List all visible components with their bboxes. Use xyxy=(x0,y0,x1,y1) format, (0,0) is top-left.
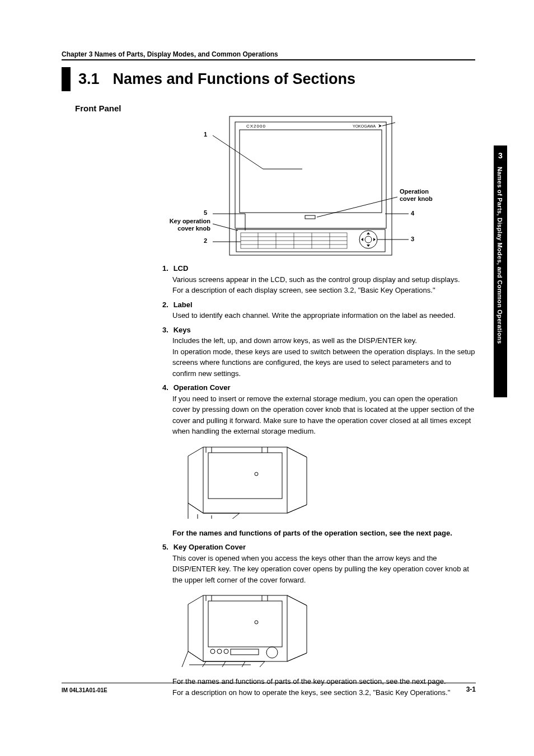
svg-line-49 xyxy=(236,661,245,667)
svg-rect-28 xyxy=(208,453,282,499)
svg-marker-3 xyxy=(378,124,382,128)
operation-cover-diagram xyxy=(172,440,475,524)
svg-point-39 xyxy=(217,649,222,654)
svg-line-23 xyxy=(317,197,397,217)
item5-body: This cover is opened when you access the… xyxy=(172,553,475,586)
item3-title: Keys xyxy=(174,326,191,334)
item5-trailer: For the names and functions of parts of … xyxy=(172,676,475,698)
item5-title: Key Operation Cover xyxy=(174,543,246,551)
svg-point-29 xyxy=(255,472,258,476)
item2-body: Used to identify each channel. Write the… xyxy=(172,310,475,321)
item2-number: 2. xyxy=(162,299,171,311)
svg-marker-30 xyxy=(188,503,240,519)
svg-rect-36 xyxy=(208,601,282,647)
item1-number: 1. xyxy=(162,263,171,274)
device-brand-label: YOKOGAWA xyxy=(353,124,376,128)
svg-point-38 xyxy=(210,649,215,654)
callout-op-knob: Operation cover knob xyxy=(400,188,433,202)
section-number: 3.1 xyxy=(78,67,100,91)
svg-line-24 xyxy=(382,123,395,126)
side-tab-number: 3 xyxy=(494,145,507,165)
svg-line-17 xyxy=(213,135,263,169)
section-title-text: Names and Functions of Sections xyxy=(113,67,356,91)
item3-body: Includes the left, up, and down arrow ke… xyxy=(172,335,475,379)
svg-line-48 xyxy=(216,661,226,667)
svg-point-40 xyxy=(224,649,228,654)
callout-1: 1 xyxy=(162,131,207,138)
svg-point-42 xyxy=(266,647,278,658)
front-panel-figure: CX2000 YOKOGAWA xyxy=(162,113,475,259)
svg-line-47 xyxy=(196,661,206,667)
item4-body: If you need to insert or remove the exte… xyxy=(172,393,475,437)
footer-page-number: 3-1 xyxy=(466,685,476,693)
callout-5: 5 xyxy=(162,209,207,217)
side-tab-text: Names of Parts, Display Modes, and Commo… xyxy=(494,165,506,346)
svg-rect-4 xyxy=(305,215,315,219)
svg-marker-35 xyxy=(188,595,307,661)
device-model-label: CX2000 xyxy=(246,124,266,129)
chapter-header: Chapter 3 Names of Parts, Display Modes,… xyxy=(62,50,475,60)
key-operation-cover-diagram xyxy=(172,589,475,673)
item5-number: 5. xyxy=(162,542,171,553)
chapter-side-tab: 3 Names of Parts, Display Modes, and Com… xyxy=(494,145,507,397)
item4-title: Operation Cover xyxy=(174,383,231,392)
svg-point-37 xyxy=(255,621,258,624)
footer-rule xyxy=(62,683,476,683)
callout-2: 2 xyxy=(162,237,207,245)
footer-doc-id: IM 04L31A01-01E xyxy=(62,687,107,693)
item1-title: LCD xyxy=(174,264,189,273)
title-accent-bar xyxy=(62,67,71,91)
callout-3: 3 xyxy=(411,236,414,243)
subheading-front-panel: Front Panel xyxy=(75,104,489,113)
section-title-row: 3.1 Names and Functions of Sections xyxy=(62,67,489,91)
svg-rect-2 xyxy=(240,130,382,213)
item2-title: Label xyxy=(174,300,193,309)
item3-number: 3. xyxy=(162,325,171,336)
svg-point-16 xyxy=(365,236,372,243)
item4-number: 4. xyxy=(162,382,171,393)
callout-4: 4 xyxy=(411,210,414,217)
svg-line-21 xyxy=(213,224,238,231)
svg-marker-27 xyxy=(188,447,307,513)
item1-body: Various screens appear in the LCD, such … xyxy=(172,274,475,296)
svg-rect-41 xyxy=(231,649,259,655)
callout-key-op-knob: Key operation cover knob xyxy=(157,218,210,232)
item4-trailer: For the names and functions of parts of … xyxy=(172,528,475,539)
